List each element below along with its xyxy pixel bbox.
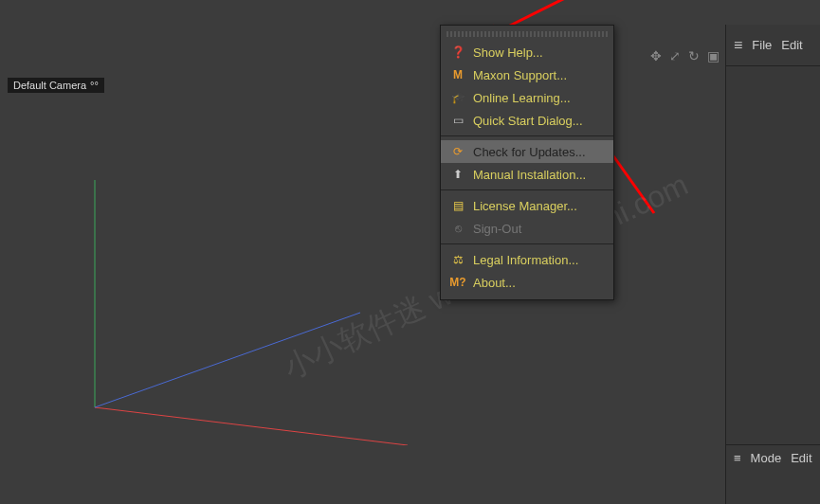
view-zoom-icon[interactable]: ⤢ bbox=[666, 47, 683, 64]
about-icon: M? bbox=[450, 275, 465, 290]
object-manager[interactable] bbox=[726, 66, 820, 445]
help-dropdown: ❓ Show Help... M Maxon Support... 🎓 Onli… bbox=[440, 25, 614, 300]
dropdown-grip[interactable] bbox=[446, 31, 608, 37]
side-edit[interactable]: Edit bbox=[781, 38, 802, 52]
side-panel: ≡ File Edit ≡ Mode Edit bbox=[725, 25, 820, 504]
menu-maxon-support[interactable]: M Maxon Support... bbox=[441, 63, 613, 86]
menu-quick-start[interactable]: ▭ Quick Start Dialog... bbox=[441, 109, 613, 132]
hamburger-icon[interactable]: ≡ bbox=[734, 37, 742, 54]
side-edit2[interactable]: Edit bbox=[791, 451, 811, 465]
menu-manual-install[interactable]: ⬆ Manual Installation... bbox=[441, 163, 613, 186]
maxon-icon: M bbox=[450, 67, 465, 82]
menu-legal-info[interactable]: ⚖ Legal Information... bbox=[441, 248, 613, 271]
menu-online-learning[interactable]: 🎓 Online Learning... bbox=[441, 86, 613, 109]
view-maximize-icon[interactable]: ▣ bbox=[704, 47, 721, 64]
viewport[interactable] bbox=[0, 0, 820, 504]
install-icon: ⬆ bbox=[450, 167, 465, 182]
menu-license-manager[interactable]: ▤ License Manager... bbox=[441, 194, 613, 217]
signout-icon: ⎋ bbox=[450, 221, 465, 236]
update-icon: ⟳ bbox=[450, 144, 465, 159]
side-file[interactable]: File bbox=[752, 38, 772, 52]
view-rotate-icon[interactable]: ↻ bbox=[685, 47, 702, 64]
hamburger-icon-2[interactable]: ≡ bbox=[734, 451, 741, 465]
svg-line-18 bbox=[95, 407, 408, 445]
side-mode[interactable]: Mode bbox=[751, 451, 782, 465]
license-icon: ▤ bbox=[450, 198, 465, 213]
camera-icon: °° bbox=[90, 80, 99, 91]
legal-icon: ⚖ bbox=[450, 252, 465, 267]
menu-about[interactable]: M? About... bbox=[441, 271, 613, 294]
dialog-icon: ▭ bbox=[450, 113, 465, 128]
menu-show-help[interactable]: ❓ Show Help... bbox=[441, 41, 613, 63]
menu-check-updates[interactable]: ⟳ Check for Updates... bbox=[441, 140, 613, 163]
learning-icon: 🎓 bbox=[450, 90, 465, 105]
menu-sign-out: ⎋ Sign-Out bbox=[441, 217, 613, 240]
axis-gizmo bbox=[47, 180, 408, 445]
viewport-controls: ✥ ⤢ ↻ ▣ bbox=[647, 47, 721, 64]
svg-line-19 bbox=[95, 313, 360, 407]
camera-label[interactable]: Default Camera °° bbox=[8, 78, 104, 93]
camera-label-text: Default Camera bbox=[13, 80, 86, 91]
view-move-icon[interactable]: ✥ bbox=[647, 47, 665, 64]
help-icon: ❓ bbox=[450, 45, 465, 60]
